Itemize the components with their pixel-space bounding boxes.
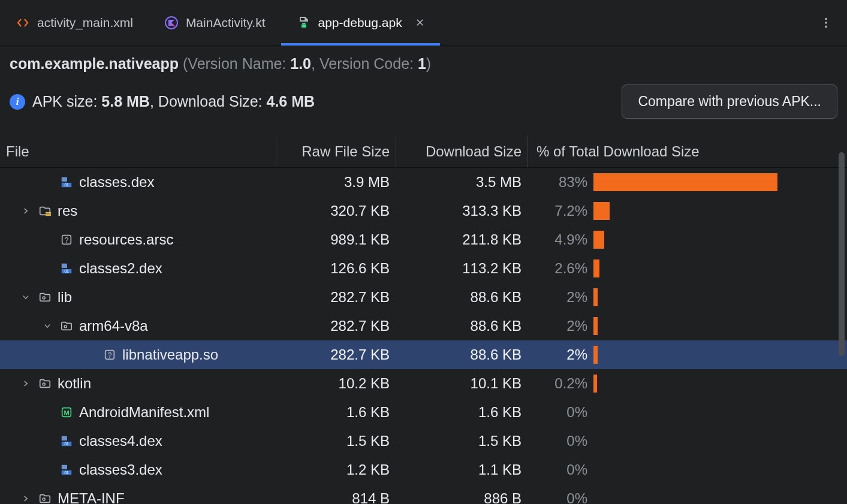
table-header: File Raw File Size Download Size % of To… — [0, 135, 847, 168]
pct-bar — [593, 317, 598, 335]
dex-icon: 01 — [60, 434, 73, 448]
file-cell: META-INF — [0, 490, 276, 504]
size-summary-row: i APK size: 5.8 MB, Download Size: 4.6 M… — [10, 84, 837, 119]
raw-size: 1.6 KB — [276, 404, 396, 421]
chevron-down-icon[interactable] — [43, 322, 54, 330]
svg-text:M: M — [64, 409, 69, 417]
download-size: 1.5 KB — [396, 433, 528, 449]
folder-res-icon — [38, 204, 52, 218]
unknown-icon: ? — [60, 233, 73, 246]
svg-text:01: 01 — [64, 183, 69, 187]
folder-icon — [60, 319, 73, 333]
chevron-down-icon[interactable] — [22, 293, 32, 301]
svg-point-29 — [43, 498, 45, 500]
close-tab-icon[interactable]: ✕ — [415, 16, 424, 29]
pct-bar-cell — [593, 317, 839, 335]
table-row[interactable]: arm64-v8a282.7 KB88.6 KB2% — [0, 312, 847, 340]
pct-bar-cell — [593, 375, 839, 393]
raw-size: 282.7 KB — [276, 289, 396, 306]
chevron-right-icon[interactable] — [22, 494, 32, 503]
raw-size: 989.1 KB — [276, 231, 396, 248]
raw-size: 814 B — [276, 490, 396, 504]
download-size: 886 B — [396, 490, 528, 504]
table-row[interactable]: kotlin10.2 KB10.1 KB0.2% — [0, 369, 847, 398]
svg-rect-6 — [62, 177, 67, 182]
info-icon: i — [10, 94, 25, 110]
file-name: lib — [58, 289, 72, 306]
pct-bar-cell — [593, 173, 839, 191]
raw-size: 320.7 KB — [276, 203, 396, 219]
table-row[interactable]: ?resources.arsc989.1 KB211.8 KB4.9% — [0, 225, 847, 254]
file-name: resources.arsc — [79, 231, 173, 248]
file-cell: 01classes4.dex — [0, 433, 276, 449]
raw-size: 1.5 KB — [276, 433, 396, 449]
col-download-size[interactable]: Download Size — [396, 135, 528, 167]
svg-rect-26 — [62, 465, 67, 469]
table-row[interactable]: 01classes2.dex126.6 KB113.2 KB2.6% — [0, 254, 847, 283]
pct-value: 0% — [528, 461, 593, 478]
table-row[interactable]: META-INF814 B886 B0% — [0, 484, 847, 504]
table-row[interactable]: 01classes4.dex1.5 KB1.5 KB0% — [0, 427, 847, 455]
more-icon[interactable] — [805, 16, 847, 29]
svg-point-5 — [825, 25, 827, 28]
pct-bar-cell — [593, 403, 839, 421]
vertical-scrollbar[interactable] — [839, 152, 845, 356]
tab-activity-main-xml[interactable]: activity_main.xml — [0, 0, 149, 45]
file-cell: MAndroidManifest.xml — [0, 404, 276, 421]
table-row[interactable]: ?libnativeapp.so282.7 KB88.6 KB2% — [0, 340, 847, 369]
download-size: 10.1 KB — [396, 375, 528, 392]
svg-point-2 — [305, 24, 306, 25]
download-size: 88.6 KB — [396, 318, 528, 334]
chevron-right-icon[interactable] — [22, 379, 32, 388]
file-cell: ?resources.arsc — [0, 231, 276, 248]
file-name: res — [58, 203, 77, 219]
table-row[interactable]: MAndroidManifest.xml1.6 KB1.6 KB0% — [0, 398, 847, 427]
svg-text:01: 01 — [64, 470, 69, 475]
svg-text:?: ? — [65, 236, 69, 245]
svg-point-16 — [43, 297, 45, 299]
pct-bar-cell — [593, 288, 839, 306]
pct-bar-cell — [593, 490, 839, 504]
table-row[interactable]: res320.7 KB313.3 KB7.2% — [0, 197, 847, 225]
pct-value: 4.9% — [528, 231, 593, 248]
raw-size: 126.6 KB — [276, 260, 396, 277]
file-name: AndroidManifest.xml — [79, 404, 209, 421]
pct-bar — [593, 173, 777, 191]
tab-mainactivity-kt[interactable]: MainActivity.kt — [149, 0, 281, 45]
tab-label: MainActivity.kt — [186, 16, 266, 30]
pct-bar-cell — [593, 461, 839, 479]
table-row[interactable]: lib282.7 KB88.6 KB2% — [0, 283, 847, 312]
pct-value: 2% — [528, 346, 593, 363]
svg-point-17 — [64, 325, 67, 328]
col-file[interactable]: File — [0, 143, 276, 160]
pct-value: 7.2% — [528, 203, 593, 219]
pct-value: 2% — [528, 318, 593, 334]
file-cell: 01classes.dex — [0, 174, 276, 191]
compare-apk-button[interactable]: Compare with previous APK... — [622, 84, 837, 119]
folder-icon — [38, 492, 52, 504]
apk-contents-table: File Raw File Size Download Size % of To… — [0, 135, 847, 504]
pct-bar-cell — [593, 432, 839, 450]
download-size: 88.6 KB — [396, 289, 528, 306]
svg-point-20 — [43, 383, 45, 385]
pct-bar — [593, 346, 598, 364]
col-pct[interactable]: % of Total Download Size — [528, 135, 839, 167]
pct-bar — [593, 259, 599, 277]
pct-value: 2% — [528, 289, 593, 306]
folder-icon — [38, 377, 52, 390]
pct-bar — [593, 231, 604, 249]
raw-size: 282.7 KB — [276, 318, 396, 334]
col-raw-size[interactable]: Raw File Size — [276, 135, 396, 167]
table-row[interactable]: 01classes3.dex1.2 KB1.1 KB0% — [0, 455, 847, 484]
dex-icon: 01 — [60, 176, 73, 189]
kotlin-file-icon — [164, 16, 179, 30]
table-row[interactable]: 01classes.dex3.9 MB3.5 MB83% — [0, 168, 847, 197]
unknown-icon: ? — [103, 348, 116, 361]
raw-size: 10.2 KB — [276, 375, 396, 392]
file-name: classes3.dex — [79, 461, 162, 478]
pct-bar — [593, 202, 610, 220]
tab-app-debug-apk[interactable]: app-debug.apk✕ — [281, 0, 440, 45]
pct-bar-cell — [593, 259, 839, 277]
chevron-right-icon[interactable] — [22, 207, 32, 215]
file-cell: 01classes2.dex — [0, 260, 276, 277]
